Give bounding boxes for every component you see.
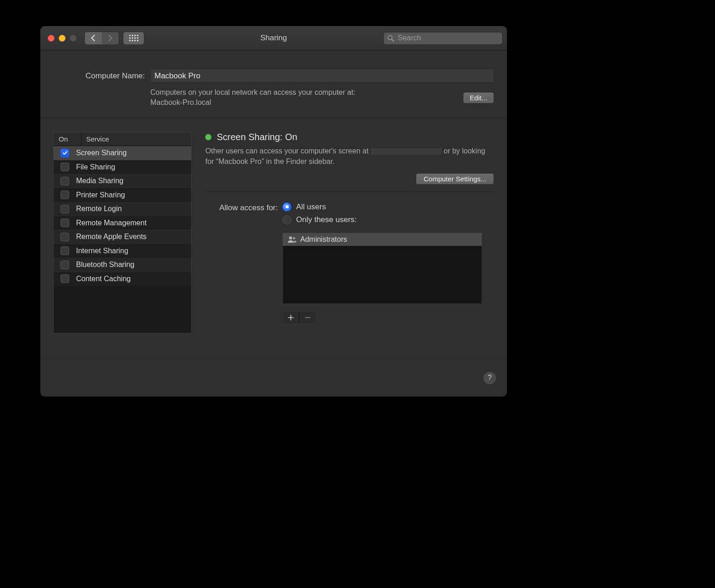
nav-back-forward [85,32,119,44]
svg-rect-0 [129,35,131,36]
service-label: Content Caching [76,275,191,283]
chevron-left-icon [91,35,96,41]
users-icon [287,236,297,243]
access-section: Allow access for: All users Only these u… [205,202,494,324]
service-row[interactable]: Remote Apple Events [54,230,191,244]
services-rows: Screen SharingFile SharingMedia SharingP… [54,146,191,333]
svg-point-14 [289,236,292,240]
service-label: Printer Sharing [76,191,191,199]
service-label: Media Sharing [76,177,191,185]
service-detail: Screen Sharing: On Other users can acces… [205,132,494,347]
computer-name-input[interactable] [150,69,494,83]
svg-rect-2 [134,35,136,36]
computer-name-description: Computers on your local network can acce… [150,87,456,108]
services-header-on: On [54,132,82,146]
radio-all-users-label: All users [296,202,326,212]
redacted-address [371,148,442,155]
service-label: Screen Sharing [76,149,191,157]
window-toolbar: Sharing [40,26,507,50]
service-row[interactable]: Screen Sharing [54,146,191,160]
service-row[interactable]: Bluetooth Sharing [54,258,191,272]
window-controls [48,35,77,42]
service-checkbox[interactable] [60,218,69,227]
service-row[interactable]: Printer Sharing [54,188,191,202]
service-label: File Sharing [76,163,191,171]
service-label: Internet Sharing [76,247,191,255]
add-remove-users [282,311,316,324]
service-checkbox[interactable] [60,205,69,213]
svg-line-13 [392,39,394,41]
svg-rect-10 [134,40,136,41]
user-row-label: Administrators [300,235,347,244]
radio-all-users[interactable]: All users [282,202,482,212]
computer-name-label: Computer Name: [53,71,145,81]
close-window-button[interactable] [48,35,55,42]
minimize-window-button[interactable] [59,35,66,42]
service-label: Remote Management [76,219,191,227]
service-label: Remote Login [76,205,191,213]
svg-rect-11 [137,40,138,41]
radio-button-icon [282,202,292,212]
status-title: Screen Sharing: On [217,132,297,142]
service-row[interactable]: Remote Management [54,216,191,230]
service-checkbox[interactable] [60,177,69,185]
svg-rect-4 [129,38,131,39]
status-description: Other users can access your computer's s… [205,146,494,167]
back-button[interactable] [85,32,102,44]
radio-only-users-label: Only these users: [296,215,357,224]
service-row[interactable]: Content Caching [54,272,191,286]
search-icon [387,35,394,42]
service-checkbox[interactable] [60,261,69,269]
service-row[interactable]: File Sharing [54,160,191,174]
zoom-window-button[interactable] [70,35,77,42]
status-indicator-icon [205,134,211,140]
window-footer: ? [40,359,507,397]
preferences-window: Sharing Computer Name: Computers on your… [40,26,507,397]
search-input[interactable] [397,33,499,43]
svg-rect-8 [129,40,131,41]
edit-button[interactable]: Edit... [463,92,494,103]
users-list[interactable]: Administrators [282,233,482,304]
radio-button-icon [282,215,292,224]
services-header-service: Service [82,135,109,143]
computer-name-section: Computer Name: Computers on your local n… [40,50,507,118]
svg-point-15 [293,237,295,240]
service-checkbox[interactable] [60,191,69,199]
service-row[interactable]: Remote Login [54,202,191,216]
remove-user-button[interactable] [299,311,316,324]
svg-rect-7 [137,38,138,39]
service-checkbox[interactable] [60,163,69,171]
search-field-wrapper[interactable] [384,32,502,44]
service-row[interactable]: Internet Sharing [54,244,191,258]
svg-rect-3 [137,35,138,36]
service-row[interactable]: Media Sharing [54,174,191,188]
svg-rect-5 [132,38,133,39]
service-label: Bluetooth Sharing [76,261,191,269]
services-header: On Service [54,132,191,146]
services-table: On Service Screen SharingFile SharingMed… [53,132,192,333]
service-checkbox[interactable] [60,149,69,158]
access-label: Allow access for: [205,202,278,212]
svg-rect-9 [132,40,133,41]
minus-icon [305,315,311,321]
service-label: Remote Apple Events [76,233,191,241]
service-checkbox[interactable] [60,246,69,255]
chevron-right-icon [108,35,113,41]
user-row[interactable]: Administrators [283,233,482,246]
checkmark-icon [62,150,68,156]
svg-rect-6 [134,38,136,39]
plus-icon [288,315,294,321]
add-user-button[interactable] [282,311,299,324]
forward-button[interactable] [102,32,119,44]
help-button[interactable]: ? [484,372,496,384]
show-all-button[interactable] [123,32,144,44]
grid-icon [129,35,138,41]
sharing-body: On Service Screen SharingFile SharingMed… [40,118,507,359]
detail-divider [205,191,494,191]
service-checkbox[interactable] [60,233,69,241]
svg-rect-1 [132,35,133,36]
service-checkbox[interactable] [60,274,69,283]
computer-settings-button[interactable]: Computer Settings... [416,173,494,185]
radio-only-users[interactable]: Only these users: [282,215,482,224]
